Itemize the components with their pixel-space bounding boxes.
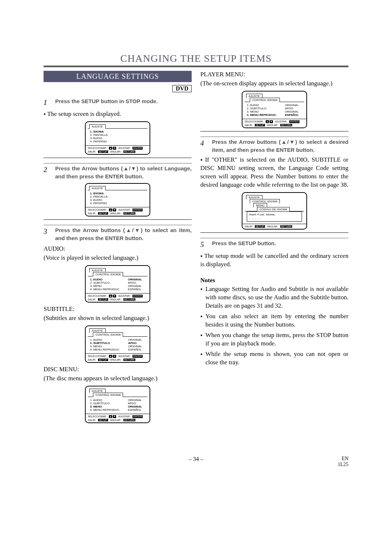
manual-page: CHANGING THE SETUP ITEMS LANGUAGE SETTIN… <box>44 53 348 426</box>
osd-screenshot-playermenu: AJUSTE CONTROL IDIOMA 1. AUDIOORIGINAL 2… <box>200 91 348 128</box>
step-number: 3 <box>44 226 50 237</box>
audio-heading: AUDIO: <box>44 245 192 252</box>
note-item: When you change the setup items, press t… <box>200 331 348 348</box>
step-subtext: The setup mode will be cancelled and the… <box>200 252 348 269</box>
step-subtext: If "OTHER" is selected on the AUDIO, SUB… <box>200 156 348 189</box>
playermenu-heading: PLAYER MENU: <box>200 71 348 78</box>
notes-list: Language Setting for Audio and Subtitle … <box>200 285 348 366</box>
step-text: Press the Arrow buttons (▲/▼) to select … <box>55 226 192 242</box>
step-number: 1 <box>44 97 50 108</box>
right-column: PLAYER MENU: (The on-screen display appe… <box>200 71 348 426</box>
divider <box>44 66 348 66</box>
page-code: EN1L25 <box>338 456 348 467</box>
audio-desc: (Voice is played in selected language.) <box>44 254 192 262</box>
page-footer: – 34 – EN1L25 <box>44 456 348 462</box>
section-banner: LANGUAGE SETTINGS <box>44 71 192 82</box>
dvd-tag: DVD <box>172 85 192 92</box>
note-item: Language Setting for Audio and Subtitle … <box>200 285 348 310</box>
step-number: 2 <box>44 165 50 175</box>
note-item: You can also select an item by entering … <box>200 312 348 329</box>
step-number: 4 <box>200 138 207 149</box>
divider <box>44 158 192 158</box>
osd-screenshot-discmenu: AJUSTE CONTROL IDIOMA 1. AUDIOORIGINAL 2… <box>44 386 192 423</box>
osd-footer: SELECCIONAR:/ AJUSTAR:ENTER SALIR:SETUP … <box>86 145 150 154</box>
step-text: Press the Arrow buttons (▲/▼) to select … <box>212 138 348 154</box>
subtitle-desc: (Subtitles are shown in selected languag… <box>44 314 192 323</box>
osd-screenshot-code: AJUSTE CONTROL IDIOMA MENÚ CÓDIGO DE IDI… <box>200 192 348 230</box>
notes-heading: Notes <box>200 277 348 284</box>
page-title: CHANGING THE SETUP ITEMS <box>44 53 348 64</box>
osd-screenshot-subtitle: AJUSTE CONTROL IDIOMA 1. AUDIOORIGINAL 2… <box>44 325 192 363</box>
step-subtext: The setup screen is displayed. <box>44 110 192 118</box>
osd-code-input: Insert 4 cod. Idioma. - - - - <box>247 211 302 222</box>
step-5: 5 Press the SETUP button. <box>200 238 348 250</box>
note-item: While the setup menu is shown, you can n… <box>200 350 348 367</box>
subtitle-heading: SUBTITLE: <box>44 305 192 313</box>
step-text: Press the SETUP button. <box>212 239 348 247</box>
left-column: LANGUAGE SETTINGS DVD 1 Press the SETUP … <box>44 71 192 426</box>
divider <box>44 219 192 220</box>
divider <box>200 131 348 131</box>
step-number: 5 <box>200 239 207 250</box>
step-1: 1 Press the SETUP button in STOP mode. <box>44 97 192 108</box>
osd-screenshot: AJUSTE 1. IDIOMA 2. PANTALLA 3. AUDIO 4.… <box>44 121 192 155</box>
page-number: – 34 – <box>44 456 348 462</box>
step-2: 2 Press the Arrow buttons (▲/▼) to selec… <box>44 163 192 181</box>
osd-screenshot-audio: AJUSTE CONTROL IDIOMA 1. AUDIOORIGINAL 2… <box>44 265 192 303</box>
step-4: 4 Press the Arrow buttons (▲/▼) to selec… <box>200 137 348 154</box>
osd-tab: AJUSTE <box>89 186 106 190</box>
osd-footer: SELECCIONAR:/ AJUSTAR:ENTER SALIR:SETUP … <box>86 207 150 216</box>
content-columns: LANGUAGE SETTINGS DVD 1 Press the SETUP … <box>44 71 348 426</box>
step-text: Press the SETUP button in STOP mode. <box>55 97 192 105</box>
playermenu-desc: (The on-screen display appears in select… <box>200 80 348 88</box>
divider <box>200 232 348 233</box>
step-3: 3 Press the Arrow buttons (▲/▼) to selec… <box>44 225 192 242</box>
discmenu-heading: DISC MENU: <box>44 366 192 373</box>
osd-tab: AJUSTE <box>89 124 106 129</box>
divider <box>44 67 348 67</box>
osd-screenshot: AJUSTE 1. IDIOMA 2. PANTALLA 3. AUDIO 4.… <box>44 183 192 216</box>
step-text: Press the Arrow buttons (▲/▼) to select … <box>55 165 192 181</box>
discmenu-desc: (The disc menu appears in selected langu… <box>44 374 192 383</box>
